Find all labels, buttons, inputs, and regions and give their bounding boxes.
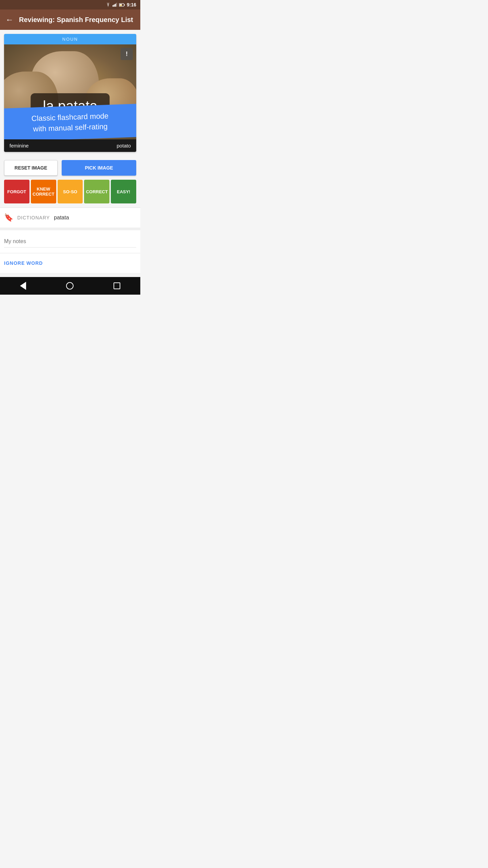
card-footer: feminine potato — [4, 139, 136, 152]
gender-label: feminine — [9, 143, 29, 149]
image-buttons-row: RESET IMAGE PICK IMAGE — [0, 156, 140, 180]
wifi-icon — [105, 3, 111, 7]
info-button[interactable]: ! — [121, 48, 133, 60]
back-button[interactable]: ← — [5, 15, 14, 24]
knew-correct-button[interactable]: KNEW CORRECT — [31, 180, 56, 203]
easy-button[interactable]: EASY! — [111, 180, 136, 203]
recent-nav-icon — [114, 282, 120, 289]
pick-image-button[interactable]: PICK IMAGE — [62, 160, 136, 176]
part-of-speech-header: NOUN — [4, 34, 136, 44]
svg-rect-3 — [116, 3, 117, 6]
signal-icon — [113, 3, 117, 7]
reset-image-button[interactable]: RESET IMAGE — [4, 160, 58, 176]
forgot-button[interactable]: FORGOT — [4, 180, 29, 203]
svg-rect-1 — [114, 4, 115, 6]
battery-icon: ⚡ — [119, 3, 125, 7]
dictionary-row: 🔖 DICTIONARY patata — [0, 208, 140, 228]
card-image-area: la patata ! Classic flashcard modewith m… — [4, 44, 136, 139]
svg-text:⚡: ⚡ — [120, 4, 122, 6]
translation-label: potato — [117, 143, 131, 149]
notes-section — [0, 228, 140, 253]
ignore-word-row: IGNORE WORD — [0, 253, 140, 273]
app-bar-title: Reviewing: Spanish Frequency List — [19, 16, 133, 24]
correct-button[interactable]: CORRECT — [84, 180, 109, 203]
back-nav-icon — [20, 282, 26, 290]
status-bar: ⚡ 9:16 — [0, 0, 140, 9]
so-so-button[interactable]: SO-SO — [58, 180, 83, 203]
svg-rect-5 — [124, 4, 125, 5]
status-time: 9:16 — [127, 2, 136, 7]
dictionary-icon: 🔖 — [4, 213, 13, 222]
home-nav-icon — [66, 282, 74, 290]
part-of-speech-label: NOUN — [62, 37, 78, 42]
app-bar: ← Reviewing: Spanish Frequency List — [0, 9, 140, 30]
flashcard-mode-banner: Classic flashcard modewith manual self-r… — [4, 104, 136, 139]
dictionary-word[interactable]: patata — [54, 215, 69, 221]
notes-input[interactable] — [4, 236, 136, 248]
nav-back-button[interactable] — [20, 282, 26, 290]
status-icons: ⚡ 9:16 — [105, 2, 136, 7]
rating-buttons-row: FORGOT KNEW CORRECT SO-SO CORRECT EASY! — [0, 180, 140, 208]
svg-rect-2 — [115, 4, 116, 6]
bottom-nav — [0, 277, 140, 295]
flashcard: NOUN la patata ! Classic flashcard modew… — [4, 34, 136, 152]
dictionary-label: DICTIONARY — [17, 215, 50, 220]
ignore-word-button[interactable]: IGNORE WORD — [4, 260, 43, 266]
nav-recent-button[interactable] — [114, 282, 120, 289]
svg-rect-0 — [113, 5, 114, 6]
nav-home-button[interactable] — [66, 282, 74, 290]
